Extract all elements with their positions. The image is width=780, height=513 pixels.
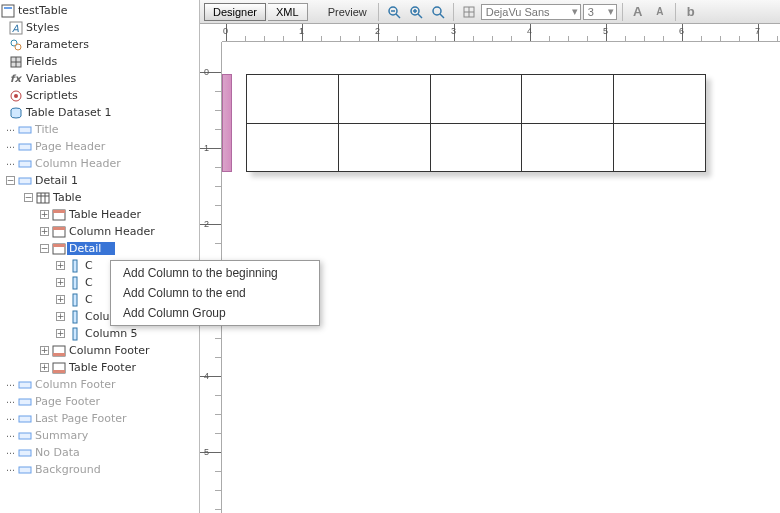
table-label: Table — [51, 191, 81, 204]
tree-root-label: testTable — [16, 4, 68, 17]
svg-rect-21 — [53, 210, 65, 213]
column-3-label: C — [83, 293, 93, 306]
tree-title-band[interactable]: ⋯ Title — [0, 121, 199, 138]
tree-detail1[interactable]: − Detail 1 — [0, 172, 199, 189]
expand-icon[interactable]: + — [56, 261, 65, 270]
context-menu[interactable]: Add Column to the beginning Add Column t… — [110, 260, 320, 326]
tree-variables[interactable]: fx Variables — [0, 70, 199, 87]
tree-column-5[interactable]: + Column 5 — [0, 325, 199, 342]
svg-rect-37 — [19, 416, 31, 422]
tree-column-footer-band[interactable]: ⋯ Column Footer — [0, 376, 199, 393]
font-size-select[interactable]: 3 — [583, 4, 617, 20]
tree-fields[interactable]: Fields — [0, 53, 199, 70]
bold-icon[interactable]: b — [681, 2, 701, 22]
table-column-header-label: Column Header — [67, 225, 155, 238]
svg-line-42 — [396, 14, 400, 18]
expand-icon[interactable]: + — [40, 210, 49, 219]
table-cell[interactable] — [247, 124, 339, 171]
tree-styles[interactable]: A Styles — [0, 19, 199, 36]
collapse-icon[interactable]: − — [40, 244, 49, 253]
horizontal-ruler: 01234567 — [222, 24, 780, 42]
detail-selected-label: Detail — [67, 242, 115, 255]
report-outline-tree[interactable]: testTable A Styles Parameters Fields fx … — [0, 0, 200, 513]
background-label: Background — [33, 463, 101, 476]
tab-xml[interactable]: XML — [268, 3, 308, 21]
expand-icon[interactable]: + — [56, 329, 65, 338]
collapse-icon[interactable]: − — [6, 176, 15, 185]
expander-icon: ⋯ — [4, 123, 17, 136]
menu-add-column-begin[interactable]: Add Column to the beginning — [111, 263, 319, 283]
expand-icon[interactable]: + — [56, 278, 65, 287]
table-cell[interactable] — [339, 124, 431, 171]
report-icon — [0, 3, 15, 18]
tree-column-header[interactable]: ⋯ Column Header — [0, 155, 199, 172]
tree-no-data[interactable]: ⋯ No Data — [0, 444, 199, 461]
svg-rect-15 — [19, 178, 31, 184]
tree-table[interactable]: − Table — [0, 189, 199, 206]
table-cell[interactable] — [431, 124, 523, 171]
table-cell[interactable] — [431, 75, 523, 123]
band-icon — [17, 173, 32, 188]
collapse-icon[interactable]: − — [24, 193, 33, 202]
column-icon — [67, 326, 82, 341]
tree-summary[interactable]: ⋯ Summary — [0, 427, 199, 444]
preview-label[interactable]: Preview — [322, 6, 373, 18]
table-cell[interactable] — [614, 124, 705, 171]
tree-root[interactable]: testTable — [0, 2, 199, 19]
column-footer2-label: Column Footer — [33, 378, 116, 391]
tree-column-footer[interactable]: + Column Footer — [0, 342, 199, 359]
tree-last-page-footer[interactable]: ⋯ Last Page Footer — [0, 410, 199, 427]
expander-icon: ⋯ — [4, 395, 17, 408]
table-row[interactable] — [247, 75, 705, 123]
table-cell[interactable] — [614, 75, 705, 123]
tree-background[interactable]: ⋯ Background — [0, 461, 199, 478]
table-element[interactable] — [246, 74, 706, 172]
tree-table-column-header[interactable]: + Column Header — [0, 223, 199, 240]
table-cell[interactable] — [339, 75, 431, 123]
svg-rect-28 — [73, 294, 77, 306]
variables-icon: fx — [8, 71, 23, 86]
tab-designer[interactable]: Designer — [204, 3, 266, 21]
expand-icon[interactable]: + — [56, 312, 65, 321]
expand-icon[interactable]: + — [56, 295, 65, 304]
table-cell[interactable] — [522, 124, 614, 171]
expand-icon[interactable]: + — [40, 227, 49, 236]
expander-icon: ⋯ — [4, 446, 17, 459]
tree-detail-selected[interactable]: − Detail — [0, 240, 199, 257]
tree-parameters[interactable]: Parameters — [0, 36, 199, 53]
band-icon — [17, 462, 32, 477]
table-cell[interactable] — [522, 75, 614, 123]
tree-dataset[interactable]: Table Dataset 1 — [0, 104, 199, 121]
svg-rect-32 — [53, 353, 65, 356]
menu-add-column-end[interactable]: Add Column to the end — [111, 283, 319, 303]
svg-rect-39 — [19, 450, 31, 456]
expander-icon: ⋯ — [4, 463, 17, 476]
zoom-fit-icon[interactable] — [428, 2, 448, 22]
svg-rect-29 — [73, 311, 77, 323]
tree-table-footer[interactable]: + Table Footer — [0, 359, 199, 376]
designer-toolbar: Designer XML Preview DejaVu Sans 3 A A b — [200, 0, 780, 24]
band-icon — [17, 394, 32, 409]
expand-icon[interactable]: + — [40, 346, 49, 355]
font-decrease-icon[interactable]: A — [650, 2, 670, 22]
table-cell[interactable] — [247, 75, 339, 123]
summary-label: Summary — [33, 429, 88, 442]
band-marker[interactable] — [222, 74, 232, 172]
font-increase-icon[interactable]: A — [628, 2, 648, 22]
tree-table-header[interactable]: + Table Header — [0, 206, 199, 223]
table-row[interactable] — [247, 123, 705, 171]
column-icon — [67, 309, 82, 324]
snap-icon[interactable] — [459, 2, 479, 22]
styles-label: Styles — [24, 21, 59, 34]
zoom-out-icon[interactable] — [384, 2, 404, 22]
column-icon — [67, 275, 82, 290]
svg-rect-23 — [53, 227, 65, 230]
menu-add-column-group[interactable]: Add Column Group — [111, 303, 319, 323]
tree-page-header[interactable]: ⋯ Page Header — [0, 138, 199, 155]
tree-scriptlets[interactable]: Scriptlets — [0, 87, 199, 104]
font-family-select[interactable]: DejaVu Sans — [481, 4, 581, 20]
svg-point-5 — [15, 44, 21, 50]
tree-page-footer[interactable]: ⋯ Page Footer — [0, 393, 199, 410]
zoom-in-icon[interactable] — [406, 2, 426, 22]
expand-icon[interactable]: + — [40, 363, 49, 372]
